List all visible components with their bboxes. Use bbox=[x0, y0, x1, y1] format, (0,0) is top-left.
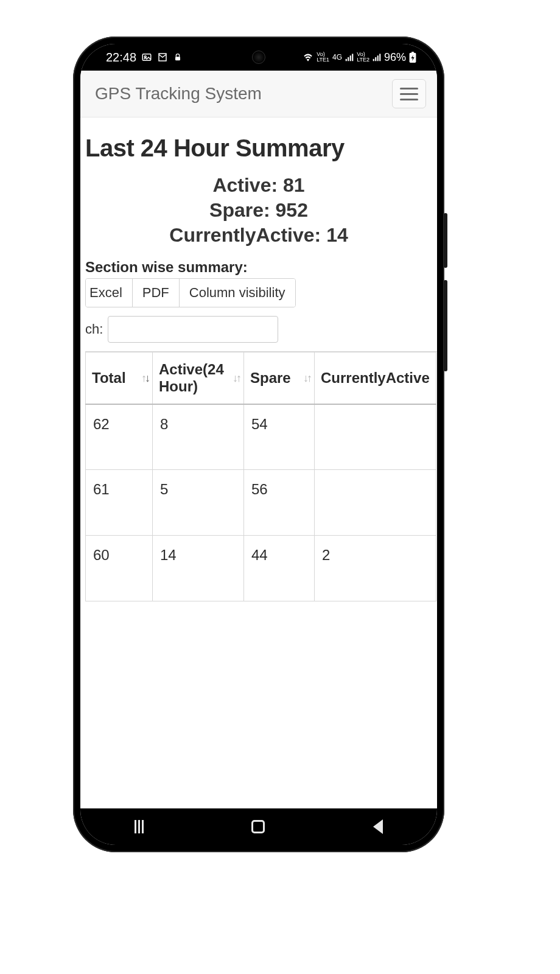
lock-icon bbox=[173, 52, 183, 63]
col-header-active24[interactable]: Active(24 Hour) ↓↑ bbox=[153, 352, 244, 404]
svg-rect-12 bbox=[411, 52, 414, 54]
status-time: 22:48 bbox=[106, 51, 136, 65]
mail-icon bbox=[157, 52, 168, 63]
wifi-icon bbox=[303, 53, 313, 61]
svg-rect-9 bbox=[377, 55, 379, 61]
cell-current bbox=[315, 404, 436, 470]
table-wrapper[interactable]: Total ↑↓ Active(24 Hour) ↓↑ Spare ↓↑ bbox=[85, 351, 437, 602]
svg-rect-5 bbox=[350, 55, 351, 61]
nav-back-button[interactable] bbox=[373, 819, 383, 834]
column-visibility-button[interactable]: Column visibility bbox=[180, 279, 295, 307]
cell-total: 61 bbox=[86, 470, 153, 536]
signal2-icon bbox=[373, 53, 381, 61]
sort-desc-icon: ↑↓ bbox=[141, 374, 149, 382]
lte2-icon: Vo)LTE2 bbox=[357, 52, 369, 63]
nav-recent-button[interactable] bbox=[135, 820, 144, 833]
sort-icon: ↓↑ bbox=[303, 374, 310, 382]
network1-4g-label: 4G bbox=[332, 53, 342, 61]
search-label: ch: bbox=[85, 321, 103, 337]
stat-spare: Spare: 952 bbox=[80, 198, 437, 223]
cell-total: 62 bbox=[86, 404, 153, 470]
summary-stats: Active: 81 Spare: 952 CurrentlyActive: 1… bbox=[80, 173, 437, 248]
phone-side-button bbox=[444, 280, 447, 371]
picture-icon bbox=[141, 52, 152, 63]
app-header: GPS Tracking System bbox=[80, 71, 437, 117]
svg-rect-7 bbox=[373, 59, 374, 61]
stat-active: Active: 81 bbox=[80, 173, 437, 198]
section-label: Section wise summary: bbox=[80, 259, 437, 278]
content-area: Last 24 Hour Summary Active: 81 Spare: 9… bbox=[80, 117, 437, 808]
svg-rect-8 bbox=[375, 57, 376, 61]
table-row[interactable]: 60 14 44 2 bbox=[86, 536, 436, 601]
cell-active24: 5 bbox=[153, 470, 244, 536]
page-title: Last 24 Hour Summary bbox=[80, 135, 437, 173]
svg-rect-2 bbox=[175, 57, 180, 60]
cell-current: 2 bbox=[315, 536, 436, 601]
summary-table: Total ↑↓ Active(24 Hour) ↓↑ Spare ↓↑ bbox=[85, 352, 436, 602]
sort-icon: ↓↑ bbox=[233, 374, 240, 382]
col-header-total[interactable]: Total ↑↓ bbox=[86, 352, 153, 404]
search-input[interactable] bbox=[108, 316, 278, 343]
stat-currently-active: CurrentlyActive: 14 bbox=[80, 223, 437, 248]
battery-charging-icon bbox=[409, 52, 416, 63]
svg-rect-10 bbox=[379, 54, 380, 61]
cell-active24: 14 bbox=[153, 536, 244, 601]
phone-side-button bbox=[444, 213, 447, 268]
col-header-spare[interactable]: Spare ↓↑ bbox=[244, 352, 315, 404]
svg-rect-4 bbox=[348, 57, 349, 61]
table-row[interactable]: 62 8 54 bbox=[86, 404, 436, 470]
svg-rect-3 bbox=[346, 59, 347, 61]
status-bar: 22:48 Vo)LTE1 4G bbox=[80, 44, 437, 71]
cell-spare: 54 bbox=[244, 404, 315, 470]
cell-current bbox=[315, 470, 436, 536]
android-nav-bar bbox=[80, 808, 437, 845]
cell-spare: 56 bbox=[244, 470, 315, 536]
app-title: GPS Tracking System bbox=[95, 84, 262, 103]
search-row: ch: bbox=[80, 307, 437, 351]
export-pdf-button[interactable]: PDF bbox=[133, 279, 180, 307]
status-battery: 96% bbox=[384, 51, 406, 64]
nav-home-button[interactable] bbox=[251, 820, 265, 833]
cell-active24: 8 bbox=[153, 404, 244, 470]
cell-spare: 44 bbox=[244, 536, 315, 601]
col-header-currently-active[interactable]: CurrentlyActive bbox=[315, 352, 436, 404]
lte1-icon: Vo)LTE1 bbox=[317, 52, 329, 63]
front-camera bbox=[252, 51, 265, 64]
table-header-row: Total ↑↓ Active(24 Hour) ↓↑ Spare ↓↑ bbox=[86, 352, 436, 404]
table-row[interactable]: 61 5 56 bbox=[86, 470, 436, 536]
menu-button[interactable] bbox=[392, 79, 426, 108]
table-toolbar: Excel PDF Column visibility bbox=[85, 278, 296, 307]
svg-rect-6 bbox=[352, 54, 353, 61]
signal1-icon bbox=[345, 53, 354, 61]
cell-total: 60 bbox=[86, 536, 153, 601]
export-excel-button[interactable]: Excel bbox=[86, 279, 133, 307]
phone-frame: 22:48 Vo)LTE1 4G bbox=[73, 37, 444, 852]
